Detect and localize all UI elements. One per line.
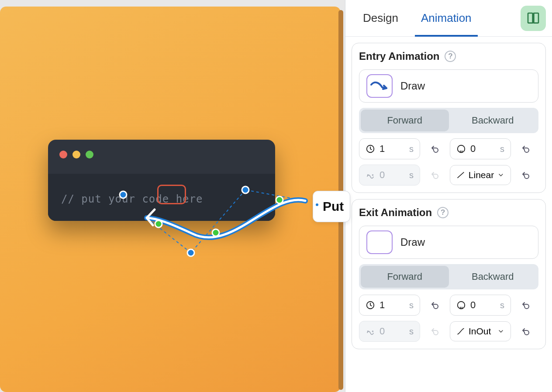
minimize-icon bbox=[72, 151, 80, 158]
entry-stagger-reset bbox=[425, 165, 445, 185]
exit-duration-input[interactable]: s bbox=[359, 295, 420, 316]
entry-direction-forward[interactable]: Forward bbox=[361, 110, 449, 131]
exit-direction-backward[interactable]: Backward bbox=[449, 266, 537, 288]
entry-direction-backward[interactable]: Backward bbox=[449, 110, 537, 131]
exit-stagger-input: s bbox=[359, 321, 420, 342]
close-icon bbox=[59, 151, 67, 158]
maximize-icon bbox=[86, 151, 93, 158]
canvas-area: // put your code here Put bbox=[0, 0, 345, 392]
exit-stagger-value bbox=[380, 326, 401, 337]
svg-point-2 bbox=[367, 174, 369, 176]
chevron-down-icon bbox=[497, 328, 504, 335]
exit-stagger-reset bbox=[425, 322, 445, 341]
exit-direction-forward[interactable]: Forward bbox=[361, 266, 449, 288]
entry-easing-reset[interactable] bbox=[516, 165, 535, 185]
anchor-point[interactable] bbox=[212, 229, 219, 236]
exit-easing-reset[interactable] bbox=[516, 322, 535, 341]
docs-button[interactable] bbox=[521, 6, 546, 31]
exit-easing-value: InOut bbox=[469, 326, 491, 337]
entry-delay-value[interactable] bbox=[470, 143, 492, 155]
draw-preview-icon bbox=[366, 230, 393, 254]
chevron-down-icon bbox=[497, 172, 504, 179]
svg-point-1 bbox=[458, 145, 465, 153]
tab-animation-label: Animation bbox=[421, 11, 472, 25]
svg-point-3 bbox=[372, 174, 374, 176]
tab-design-label: Design bbox=[363, 11, 398, 25]
entry-animation-panel: Entry Animation ? Draw Forward Backward … bbox=[352, 43, 546, 193]
svg-point-6 bbox=[367, 330, 369, 332]
sidebar-tabs: Design Animation bbox=[345, 0, 552, 37]
entry-duration-reset[interactable] bbox=[425, 139, 445, 158]
entry-stagger-value bbox=[380, 169, 401, 181]
easing-icon bbox=[456, 327, 465, 336]
help-icon[interactable]: ? bbox=[445, 51, 456, 62]
exit-animation-panel: Exit Animation ? Draw Forward Backward s bbox=[352, 199, 546, 349]
undo-icon bbox=[521, 326, 531, 337]
unit-seconds: s bbox=[409, 170, 414, 180]
tab-design[interactable]: Design bbox=[352, 0, 410, 37]
clock-pause-icon bbox=[456, 300, 466, 310]
bezier-handle[interactable] bbox=[242, 186, 249, 193]
entry-duration-input[interactable]: s bbox=[359, 138, 420, 159]
stagger-icon bbox=[366, 327, 375, 336]
clock-icon bbox=[366, 144, 375, 154]
clock-icon bbox=[366, 300, 375, 310]
book-icon bbox=[526, 11, 540, 25]
stagger-icon bbox=[366, 170, 375, 180]
undo-icon bbox=[430, 300, 440, 310]
exit-easing-select[interactable]: InOut bbox=[450, 321, 511, 341]
traffic-lights bbox=[59, 151, 93, 158]
undo-icon bbox=[430, 170, 440, 180]
exit-delay-value[interactable] bbox=[470, 299, 492, 311]
entry-stagger-input: s bbox=[359, 165, 420, 186]
selection-point[interactable] bbox=[120, 191, 127, 198]
tab-animation[interactable]: Animation bbox=[410, 0, 483, 37]
anchor-point[interactable] bbox=[155, 220, 162, 227]
exit-duration-reset[interactable] bbox=[425, 296, 445, 315]
entry-delay-reset[interactable] bbox=[516, 139, 535, 158]
entry-duration-value[interactable] bbox=[380, 143, 401, 155]
undo-icon bbox=[521, 144, 531, 154]
unit-seconds: s bbox=[500, 300, 504, 310]
exit-direction-toggle: Forward Backward bbox=[359, 264, 538, 289]
entry-animation-selector[interactable]: Draw bbox=[359, 69, 538, 103]
undo-icon bbox=[521, 170, 531, 180]
entry-delay-input[interactable]: s bbox=[450, 138, 511, 159]
exit-duration-value[interactable] bbox=[380, 299, 401, 311]
draw-preview-icon bbox=[366, 74, 393, 98]
easing-icon bbox=[456, 171, 465, 179]
svg-point-5 bbox=[458, 302, 465, 309]
undo-icon bbox=[430, 144, 440, 154]
exit-delay-reset[interactable] bbox=[516, 296, 535, 315]
entry-easing-select[interactable]: Linear bbox=[450, 165, 511, 185]
properties-sidebar: Design Animation Entry Animation ? Draw … bbox=[345, 0, 552, 392]
help-icon[interactable]: ? bbox=[437, 207, 448, 218]
label-anchor-icon[interactable] bbox=[315, 203, 319, 207]
entry-easing-value: Linear bbox=[469, 170, 494, 180]
anchor-point[interactable] bbox=[276, 196, 283, 203]
bezier-handle[interactable] bbox=[187, 249, 194, 256]
clock-pause-icon bbox=[456, 144, 466, 154]
unit-seconds: s bbox=[409, 327, 414, 337]
unit-seconds: s bbox=[409, 300, 414, 310]
entry-animation-title: Entry Animation bbox=[359, 50, 439, 62]
exit-animation-selector[interactable]: Draw bbox=[359, 226, 538, 259]
unit-seconds: s bbox=[409, 144, 414, 154]
svg-point-7 bbox=[372, 330, 374, 332]
entry-animation-name: Draw bbox=[400, 80, 425, 92]
arrow-path[interactable] bbox=[144, 175, 328, 262]
undo-icon bbox=[430, 326, 440, 337]
exit-delay-input[interactable]: s bbox=[450, 295, 511, 316]
unit-seconds: s bbox=[500, 144, 504, 154]
exit-animation-title: Exit Animation bbox=[359, 206, 432, 219]
undo-icon bbox=[521, 300, 531, 310]
floating-label-text: Put bbox=[323, 199, 344, 213]
entry-direction-toggle: Forward Backward bbox=[359, 108, 538, 133]
exit-animation-name: Draw bbox=[400, 236, 425, 248]
